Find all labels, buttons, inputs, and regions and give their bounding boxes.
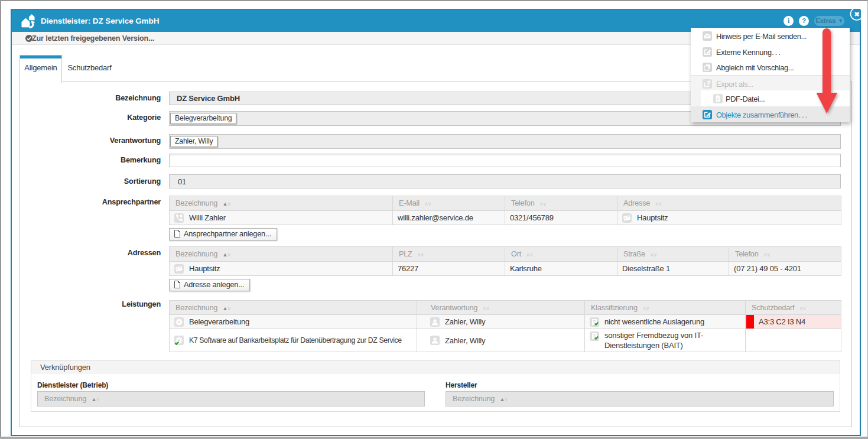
- svg-text:✖: ✖: [854, 11, 859, 18]
